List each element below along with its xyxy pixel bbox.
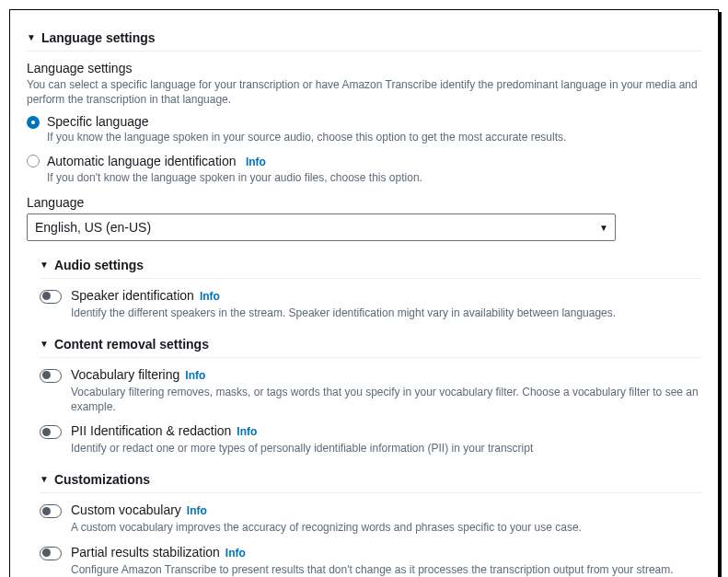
toggle-speaker-id[interactable]: [40, 290, 62, 304]
section-header-audio[interactable]: ▼ Audio settings: [40, 254, 701, 279]
section-header-custom[interactable]: ▼ Customizations: [40, 468, 701, 493]
radio-desc-specific: If you know the language spoken in your …: [47, 131, 701, 145]
radio-label-specific: Specific language: [47, 114, 149, 129]
toggle-label-pii: PII Identification & redaction: [71, 423, 231, 438]
language-field-label: Language: [27, 195, 701, 210]
section-header-removal[interactable]: ▼ Content removal settings: [40, 333, 701, 358]
section-title: Audio settings: [54, 258, 144, 272]
toggle-custom-vocab[interactable]: [40, 504, 62, 518]
toggle-label-custom-vocab: Custom vocabulary: [71, 502, 181, 517]
toggle-desc-partial: Configure Amazon Transcribe to present r…: [71, 562, 701, 577]
toggle-desc-speaker-id: Identify the different speakers in the s…: [71, 306, 701, 320]
radio-desc-auto: If you don't know the language spoken in…: [47, 171, 701, 186]
language-select[interactable]: English, US (en-US): [27, 213, 616, 241]
toggle-partial[interactable]: [40, 547, 62, 560]
radio-label-auto: Automatic language identification: [47, 154, 236, 168]
section-title: Content removal settings: [54, 337, 209, 352]
toggle-desc-custom-vocab: A custom vocabulary improves the accurac…: [71, 520, 701, 535]
group-title-language: Language settings: [27, 61, 701, 75]
info-link-custom-vocab[interactable]: Info: [187, 504, 207, 517]
group-desc-language: You can select a specific language for y…: [27, 77, 701, 107]
info-link-auto[interactable]: Info: [246, 156, 266, 168]
caret-down-icon: ▼: [40, 340, 49, 349]
toggle-label-partial: Partial results stabilization: [71, 545, 220, 560]
caret-down-icon: ▼: [27, 33, 36, 42]
radio-auto-language[interactable]: [27, 155, 40, 167]
toggle-label-speaker-id: Speaker identification: [71, 288, 194, 303]
caret-down-icon: ▼: [40, 475, 49, 484]
toggle-pii[interactable]: [40, 425, 62, 439]
section-title: Customizations: [54, 472, 150, 487]
language-select-value: English, US (en-US): [35, 220, 151, 235]
section-header-language[interactable]: ▼ Language settings: [27, 27, 701, 52]
toggle-desc-vocab-filter: Vocabulary filtering removes, masks, or …: [71, 385, 701, 414]
toggle-label-vocab-filter: Vocabulary filtering: [71, 367, 179, 382]
caret-down-icon: ▼: [40, 260, 49, 270]
info-link-vocab-filter[interactable]: Info: [185, 369, 205, 382]
info-link-pii[interactable]: Info: [237, 425, 257, 438]
radio-specific-language[interactable]: [27, 116, 40, 129]
settings-panel: ▼ Language settings Language settings Yo…: [9, 9, 719, 577]
toggle-vocab-filter[interactable]: [40, 369, 62, 383]
info-link-speaker-id[interactable]: Info: [200, 290, 220, 303]
toggle-desc-pii: Identify or redact one or more types of …: [71, 441, 701, 456]
info-link-partial[interactable]: Info: [225, 547, 246, 560]
section-title: Language settings: [41, 30, 156, 45]
